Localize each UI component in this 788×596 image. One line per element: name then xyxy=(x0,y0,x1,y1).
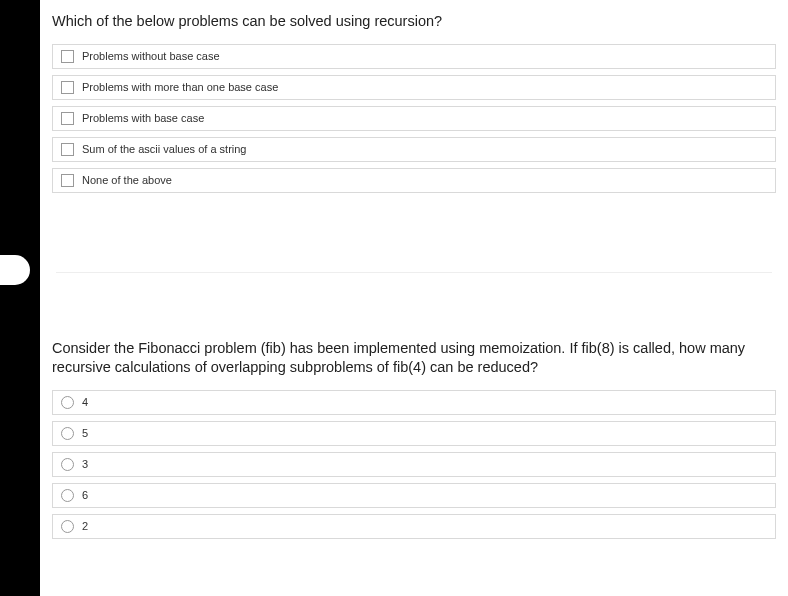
checkbox-icon[interactable] xyxy=(61,112,74,125)
divider xyxy=(56,203,772,273)
q1-option[interactable]: Problems with base case xyxy=(52,106,776,131)
q1-option[interactable]: Problems without base case xyxy=(52,44,776,69)
option-label: Problems without base case xyxy=(82,50,220,62)
option-label: Problems with base case xyxy=(82,112,204,124)
checkbox-icon[interactable] xyxy=(61,81,74,94)
option-label: 5 xyxy=(82,427,88,439)
q2-option[interactable]: 5 xyxy=(52,421,776,446)
q2-prompt: Consider the Fibonacci problem (fib) has… xyxy=(52,339,776,378)
q2-option[interactable]: 4 xyxy=(52,390,776,415)
q2-options: 4 5 3 6 2 xyxy=(52,390,776,539)
q1-prompt: Which of the below problems can be solve… xyxy=(52,12,776,32)
option-label: Sum of the ascii values of a string xyxy=(82,143,246,155)
option-label: 2 xyxy=(82,520,88,532)
radio-icon[interactable] xyxy=(61,520,74,533)
option-label: None of the above xyxy=(82,174,172,186)
checkbox-icon[interactable] xyxy=(61,174,74,187)
option-label: Problems with more than one base case xyxy=(82,81,278,93)
spacer xyxy=(52,273,776,335)
radio-icon[interactable] xyxy=(61,396,74,409)
q1-options: Problems without base case Problems with… xyxy=(52,44,776,193)
radio-icon[interactable] xyxy=(61,427,74,440)
q2-option[interactable]: 2 xyxy=(52,514,776,539)
q2-option[interactable]: 6 xyxy=(52,483,776,508)
option-label: 3 xyxy=(82,458,88,470)
option-label: 6 xyxy=(82,489,88,501)
checkbox-icon[interactable] xyxy=(61,50,74,63)
q1-option[interactable]: Problems with more than one base case xyxy=(52,75,776,100)
radio-icon[interactable] xyxy=(61,489,74,502)
side-bump xyxy=(0,255,30,285)
checkbox-icon[interactable] xyxy=(61,143,74,156)
q1-option[interactable]: Sum of the ascii values of a string xyxy=(52,137,776,162)
radio-icon[interactable] xyxy=(61,458,74,471)
q2-option[interactable]: 3 xyxy=(52,452,776,477)
page-container: Which of the below problems can be solve… xyxy=(40,0,788,596)
option-label: 4 xyxy=(82,396,88,408)
q1-option[interactable]: None of the above xyxy=(52,168,776,193)
